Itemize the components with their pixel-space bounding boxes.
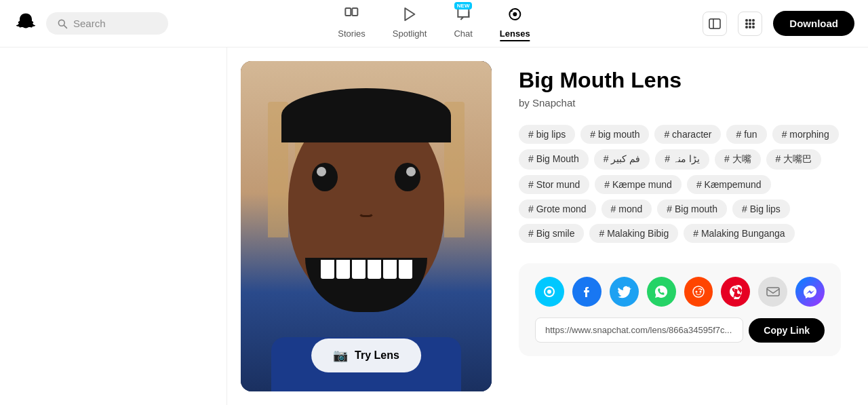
- svg-point-21: [693, 286, 704, 297]
- svg-marker-4: [405, 8, 414, 20]
- stories-icon: [344, 6, 360, 26]
- svg-point-7: [511, 9, 513, 12]
- tag-item[interactable]: # Big mouth: [657, 199, 727, 218]
- link-row: https://www.snapchat.com/lens/866a34595f…: [535, 317, 825, 343]
- svg-rect-2: [346, 8, 351, 16]
- svg-rect-8: [709, 19, 720, 28]
- try-lens-label: Try Lens: [355, 349, 399, 362]
- svg-rect-3: [353, 8, 358, 16]
- new-badge: NEW: [454, 2, 473, 9]
- tag-item[interactable]: # Stor mund: [519, 175, 589, 194]
- lens-author: by Snapchat: [519, 97, 841, 109]
- sidebar-icon: [708, 17, 722, 31]
- share-section: https://www.snapchat.com/lens/866a34595f…: [519, 263, 841, 356]
- svg-point-20: [547, 290, 551, 294]
- main-content: 📷 Try Lens Big Mouth Lens by Snapchat # …: [0, 47, 868, 405]
- tag-item[interactable]: # mond: [601, 199, 652, 218]
- svg-line-1: [64, 25, 66, 28]
- lenses-icon: [507, 6, 523, 26]
- link-display: https://www.snapchat.com/lens/866a34595f…: [535, 317, 743, 343]
- tag-item[interactable]: # morphing: [772, 125, 839, 144]
- tag-item[interactable]: # 大嘴: [715, 149, 761, 170]
- lens-title: Big Mouth Lens: [519, 68, 841, 93]
- svg-point-24: [701, 289, 702, 290]
- share-facebook-button[interactable]: [572, 277, 601, 307]
- tags-container: # big lips# big mouth# character# fun# m…: [519, 125, 841, 243]
- svg-point-14: [749, 22, 751, 25]
- lenses-label: Lenses: [500, 28, 530, 39]
- svg-point-10: [745, 19, 748, 22]
- tag-item[interactable]: # Kæmpe mund: [595, 175, 682, 194]
- svg-point-12: [752, 19, 755, 22]
- chat-label: Chat: [454, 28, 472, 39]
- tag-item[interactable]: # Kæmpemund: [687, 175, 771, 194]
- svg-point-13: [745, 22, 748, 25]
- svg-point-23: [699, 291, 701, 293]
- spotlight-label: Spotlight: [393, 28, 427, 39]
- right-content: Big Mouth Lens by Snapchat # big lips# b…: [492, 47, 868, 405]
- svg-point-11: [749, 19, 751, 22]
- share-twitter-button[interactable]: [610, 277, 639, 307]
- copy-link-button[interactable]: Copy Link: [749, 318, 825, 343]
- nav-right: Download: [703, 11, 854, 36]
- search-icon: [57, 18, 68, 29]
- svg-point-18: [752, 26, 755, 28]
- share-icons: [535, 277, 825, 307]
- tag-item[interactable]: # Big lips: [732, 199, 790, 218]
- sidebar-toggle-button[interactable]: [703, 12, 727, 36]
- download-button[interactable]: Download: [773, 11, 854, 36]
- camera-icon: 📷: [333, 348, 348, 363]
- tag-item[interactable]: # Grote mond: [519, 199, 596, 218]
- tag-item[interactable]: # فم کبیر: [594, 149, 650, 170]
- search-bar[interactable]: Search: [46, 12, 168, 35]
- svg-point-16: [745, 26, 748, 28]
- face-container: [275, 88, 458, 346]
- share-whatsapp-button[interactable]: [647, 277, 676, 307]
- spotlight-icon: [401, 6, 418, 26]
- apps-button[interactable]: [738, 12, 762, 36]
- tag-item[interactable]: # Malaking Bunganga: [684, 224, 794, 243]
- tag-item[interactable]: # Big Mouth: [519, 149, 589, 170]
- nav-item-stories[interactable]: Stories: [338, 6, 365, 41]
- tag-item[interactable]: # Big smile: [519, 224, 584, 243]
- tag-item[interactable]: # Malaking Bibig: [589, 224, 678, 243]
- share-snapcode-button[interactable]: [535, 277, 564, 307]
- nav-item-spotlight[interactable]: Spotlight: [393, 6, 427, 41]
- nav-item-lenses[interactable]: Lenses: [500, 6, 530, 41]
- share-email-button[interactable]: [758, 277, 787, 307]
- chat-icon: NEW: [455, 6, 471, 26]
- left-sidebar: [0, 47, 227, 405]
- search-label: Search: [73, 18, 106, 29]
- tag-item[interactable]: # fun: [726, 125, 766, 144]
- tag-item[interactable]: # big mouth: [580, 125, 649, 144]
- tag-item[interactable]: # character: [654, 125, 721, 144]
- main-nav: Stories Spotlight NEW Chat: [338, 6, 530, 41]
- tag-item[interactable]: # big lips: [519, 125, 575, 144]
- share-reddit-button[interactable]: [684, 277, 713, 307]
- nav-item-chat[interactable]: NEW Chat: [454, 6, 472, 41]
- lens-preview: 📷 Try Lens: [241, 61, 492, 391]
- snapchat-logo-icon: [14, 12, 38, 36]
- header: Search Stories Spotlight: [0, 0, 868, 47]
- share-messenger-button[interactable]: [795, 277, 825, 307]
- tag-item[interactable]: # 大嘴巴: [766, 149, 822, 170]
- grid-icon: [744, 18, 756, 30]
- svg-rect-25: [767, 288, 779, 296]
- try-lens-button[interactable]: 📷 Try Lens: [311, 339, 421, 372]
- stories-label: Stories: [338, 28, 365, 39]
- svg-point-17: [749, 26, 751, 28]
- svg-point-6: [513, 12, 517, 16]
- svg-point-22: [695, 291, 697, 293]
- tag-item[interactable]: # یڑا منہ: [655, 149, 709, 170]
- svg-point-15: [752, 22, 755, 25]
- share-pinterest-button[interactable]: [721, 277, 750, 307]
- logo-area: Search: [14, 12, 168, 36]
